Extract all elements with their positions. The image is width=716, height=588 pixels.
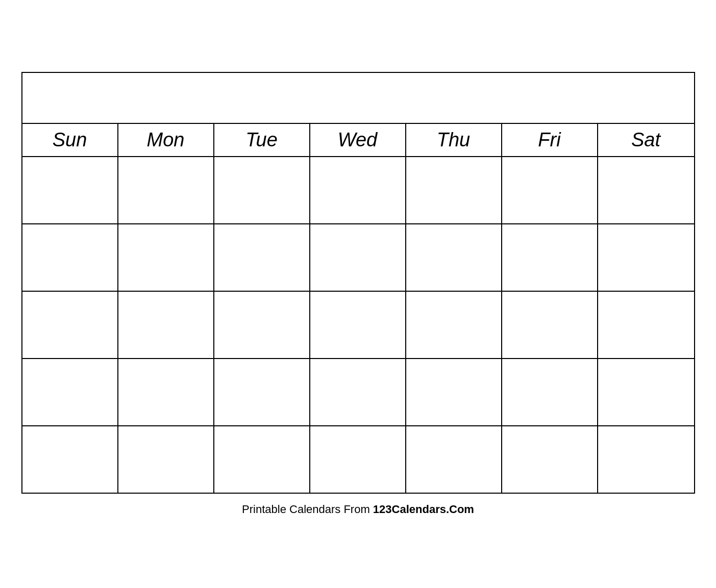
cell-5-3[interactable] (310, 426, 406, 493)
cell-2-3[interactable] (310, 224, 406, 291)
cell-4-0[interactable] (22, 359, 118, 425)
calendar-container: Sun Mon Tue Wed Thu Fri Sat (21, 72, 695, 494)
cell-4-2[interactable] (214, 359, 310, 425)
title-row (22, 73, 694, 124)
cell-3-2[interactable] (214, 292, 310, 358)
cell-4-6[interactable] (598, 359, 694, 425)
cell-2-6[interactable] (598, 224, 694, 291)
cell-5-2[interactable] (214, 426, 310, 493)
page-wrapper: Sun Mon Tue Wed Thu Fri Sat (0, 0, 716, 588)
cell-5-6[interactable] (598, 426, 694, 493)
cell-3-6[interactable] (598, 292, 694, 358)
cell-1-2[interactable] (214, 157, 310, 223)
week-5 (22, 426, 694, 493)
cell-5-1[interactable] (118, 426, 214, 493)
footer-bold-text: 123Calendars.Com (373, 503, 474, 516)
week-1 (22, 157, 694, 224)
cell-2-2[interactable] (214, 224, 310, 291)
cell-3-1[interactable] (118, 292, 214, 358)
cell-2-4[interactable] (406, 224, 502, 291)
cell-3-0[interactable] (22, 292, 118, 358)
cell-2-1[interactable] (118, 224, 214, 291)
cell-5-5[interactable] (502, 426, 598, 493)
header-mon: Mon (118, 124, 214, 156)
cell-5-0[interactable] (22, 426, 118, 493)
cell-1-5[interactable] (502, 157, 598, 223)
cell-3-5[interactable] (502, 292, 598, 358)
cell-2-0[interactable] (22, 224, 118, 291)
cell-3-4[interactable] (406, 292, 502, 358)
cell-2-5[interactable] (502, 224, 598, 291)
cell-4-4[interactable] (406, 359, 502, 425)
header-sat: Sat (598, 124, 694, 156)
cell-3-3[interactable] (310, 292, 406, 358)
header-wed: Wed (310, 124, 406, 156)
header-fri: Fri (502, 124, 598, 156)
cell-1-6[interactable] (598, 157, 694, 223)
cell-1-3[interactable] (310, 157, 406, 223)
week-3 (22, 292, 694, 359)
header-thu: Thu (406, 124, 502, 156)
week-2 (22, 224, 694, 292)
cell-1-1[interactable] (118, 157, 214, 223)
cell-1-4[interactable] (406, 157, 502, 223)
header-row: Sun Mon Tue Wed Thu Fri Sat (22, 124, 694, 157)
calendar-grid (22, 157, 694, 493)
cell-4-1[interactable] (118, 359, 214, 425)
cell-4-5[interactable] (502, 359, 598, 425)
footer-normal-text: Printable Calendars From (242, 503, 373, 516)
footer: Printable Calendars From 123Calendars.Co… (242, 503, 474, 516)
cell-1-0[interactable] (22, 157, 118, 223)
cell-4-3[interactable] (310, 359, 406, 425)
header-sun: Sun (22, 124, 118, 156)
header-tue: Tue (214, 124, 310, 156)
cell-5-4[interactable] (406, 426, 502, 493)
week-4 (22, 359, 694, 426)
